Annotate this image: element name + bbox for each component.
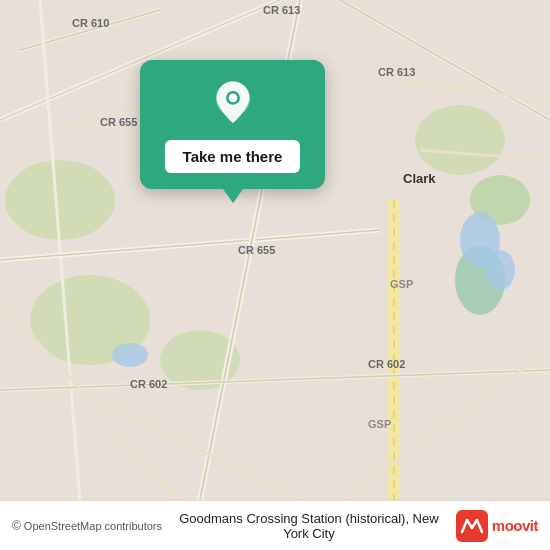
svg-text:GSP: GSP: [390, 278, 413, 290]
svg-point-43: [228, 94, 237, 103]
moovit-text: moovit: [492, 517, 538, 534]
svg-point-1: [5, 160, 115, 240]
svg-point-7: [112, 343, 148, 367]
map-container: CR 610 CR 613 CR 613 CR 655 CR 655 CR 60…: [0, 0, 550, 500]
svg-point-9: [485, 250, 515, 290]
moovit-icon: [456, 510, 488, 542]
svg-text:CR 655: CR 655: [100, 116, 137, 128]
take-me-there-button[interactable]: Take me there: [165, 140, 301, 173]
svg-point-4: [415, 105, 505, 175]
attribution-text: OpenStreetMap contributors: [24, 520, 162, 532]
location-name: Goodmans Crossing Station (historical), …: [162, 511, 456, 541]
location-pin-icon: [207, 78, 259, 130]
svg-text:CR 613: CR 613: [378, 66, 415, 78]
svg-text:GSP: GSP: [368, 418, 391, 430]
bottom-bar: © OpenStreetMap contributors Goodmans Cr…: [0, 500, 550, 550]
svg-text:CR 613: CR 613: [263, 4, 300, 16]
svg-text:CR 602: CR 602: [368, 358, 405, 370]
copyright-symbol: ©: [12, 519, 21, 533]
svg-text:CR 602: CR 602: [130, 378, 167, 390]
svg-text:Clark: Clark: [403, 171, 436, 186]
popup-card[interactable]: Take me there: [140, 60, 325, 189]
moovit-logo: moovit: [456, 510, 538, 542]
attribution: © OpenStreetMap contributors: [12, 519, 162, 533]
svg-text:CR 655: CR 655: [238, 244, 275, 256]
svg-text:CR 610: CR 610: [72, 17, 109, 29]
